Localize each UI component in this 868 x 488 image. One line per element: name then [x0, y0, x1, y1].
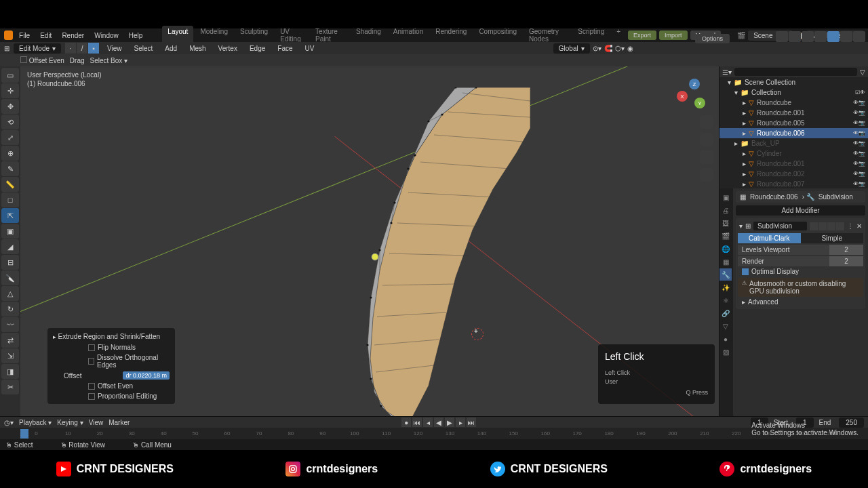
menu-window[interactable]: Window [90, 30, 123, 41]
cursor-tool[interactable]: ✛ [1, 83, 19, 98]
tab-texture[interactable]: ▨ [719, 346, 732, 358]
tab-scene[interactable]: 🎬 [719, 230, 732, 242]
outliner-item[interactable]: ▸▽ Roundcube.006👁📷 [719, 128, 868, 138]
outliner-item[interactable]: ▸📁 Back_UP👁📷 [719, 138, 868, 148]
3d-viewport[interactable]: User Perspective (Local) (1) Roundcube.0… [20, 66, 719, 416]
tab-object[interactable]: ▦ [719, 256, 732, 268]
shear-tool[interactable]: ◨ [1, 364, 19, 379]
edge-mode-icon[interactable]: / [77, 43, 87, 54]
mod-render-icon[interactable] [836, 222, 844, 230]
em-vertex[interactable]: Vertex [214, 43, 241, 54]
rip-tool[interactable]: ✂ [1, 380, 19, 394]
levels-viewport-input[interactable]: 2 [829, 245, 863, 255]
mode-select[interactable]: Edit Mode ▾ [14, 43, 61, 54]
out-collection[interactable]: ▾📁 Collection☑👁 [719, 87, 868, 98]
out-scene[interactable]: ▾📁 Scene Collection [719, 77, 868, 87]
zoom-icon[interactable] [700, 115, 713, 129]
outliner-type-icon[interactable]: ☰▾ [722, 68, 732, 76]
blender-logo-icon[interactable] [4, 30, 13, 40]
move-tool[interactable]: ✥ [1, 99, 19, 114]
mod-close-icon[interactable]: ✕ [856, 222, 862, 230]
tl-playback[interactable]: Playback ▾ [19, 419, 52, 426]
outliner-item[interactable]: ▸▽ Roundcube.001👁📷 [719, 159, 868, 169]
tl-marker[interactable]: Marker [108, 419, 130, 426]
dissolve-check[interactable] [88, 358, 94, 365]
prop-breadcrumb[interactable]: ▦ Roundcube.006 › 🔧 Subdivision [736, 191, 865, 203]
axis-y-icon[interactable]: Y [694, 98, 705, 108]
loopcut-tool[interactable]: ⊟ [1, 255, 19, 270]
polybuild-tool[interactable]: △ [1, 286, 19, 301]
current-frame[interactable]: 1 [751, 418, 768, 428]
pivot-icon[interactable]: ⊙▾ [593, 45, 601, 52]
rendered-icon[interactable] [853, 31, 865, 42]
timeline-track[interactable]: 0102030405060708090100110120130140150160… [0, 428, 868, 439]
tab-physics[interactable]: ⚛ [719, 294, 732, 306]
em-view[interactable]: View [103, 43, 126, 54]
em-mesh[interactable]: Mesh [185, 43, 210, 54]
axis-x-icon[interactable]: X [677, 91, 688, 102]
outliner-item[interactable]: ▸▽ Roundcube.002👁📷 [719, 169, 868, 179]
prev-key-icon[interactable]: ◂ [423, 418, 433, 427]
next-key-icon[interactable]: ▸ [456, 418, 465, 427]
nav-gizmo[interactable]: Z X Y [677, 79, 707, 108]
optimal-check[interactable] [742, 268, 749, 275]
levels-render-input[interactable]: 2 [829, 256, 863, 266]
mod-menu-icon[interactable]: ⋮ [847, 222, 854, 230]
catmull-tab[interactable]: Catmull-Clark [738, 233, 801, 243]
xray-icon[interactable] [802, 31, 814, 42]
menu-file[interactable]: File [15, 30, 34, 41]
simple-tab[interactable]: Simple [801, 233, 864, 243]
even-check[interactable] [88, 383, 95, 390]
tl-view[interactable]: View [89, 419, 104, 426]
snap-icon[interactable]: 🧲 [604, 45, 612, 52]
slide-tool[interactable]: ⇄ [1, 333, 19, 348]
menu-help[interactable]: Help [125, 30, 147, 41]
prop-check[interactable] [88, 393, 95, 400]
snap-type-icon[interactable]: ⬡▾ [615, 45, 625, 52]
tab-particles[interactable]: ✨ [719, 281, 732, 293]
vertex-mode-icon[interactable]: · [65, 43, 76, 54]
mod-collapse-icon[interactable]: ▾ [739, 222, 743, 230]
op-title[interactable]: ▸ Extrude Region and Shrink/Fatten [47, 331, 175, 342]
em-face[interactable]: Face [273, 43, 296, 54]
outliner-item[interactable]: ▸▽ Roundcube👁📷 [719, 98, 868, 108]
flip-check[interactable] [88, 344, 95, 351]
scale-tool[interactable]: ⤢ [1, 130, 19, 145]
overlay-icon[interactable] [789, 31, 801, 42]
select-mode-label[interactable]: Select Box ▾ [90, 57, 128, 64]
end-frame[interactable]: 250 [839, 418, 864, 428]
gizmo-vis-icon[interactable] [776, 31, 788, 42]
mod-cage-icon[interactable] [818, 222, 827, 230]
solid-icon[interactable] [827, 31, 840, 42]
jump-end-icon[interactable]: ⏭ [467, 418, 476, 427]
tab-output[interactable]: 🖨 [719, 204, 732, 216]
tab-render[interactable]: ▣ [719, 191, 732, 203]
select-tool[interactable]: ▭ [1, 68, 19, 83]
orientation-select[interactable]: Global ▾ [553, 43, 590, 54]
face-mode-icon[interactable]: ▪ [88, 43, 99, 54]
tab-modifier[interactable]: 🔧 [719, 268, 732, 281]
play-icon[interactable]: ▶ [445, 418, 454, 427]
outliner-search[interactable] [734, 68, 857, 76]
annotate-tool[interactable]: ✎ [1, 161, 19, 176]
em-edge[interactable]: Edge [245, 43, 269, 54]
tab-material[interactable]: ● [719, 333, 732, 345]
bevel-tool[interactable]: ◢ [1, 239, 19, 254]
persp-icon[interactable] [700, 168, 713, 182]
tl-type-icon[interactable]: ◷▾ [4, 419, 14, 426]
measure-tool[interactable]: 📏 [1, 177, 19, 192]
import-button[interactable]: Import [659, 30, 688, 40]
smooth-tool[interactable]: 〰 [1, 317, 19, 332]
shrink-tool[interactable]: ⇲ [1, 348, 19, 363]
advanced-toggle[interactable]: ▸ Advanced [738, 297, 863, 307]
move-view-icon[interactable] [700, 133, 713, 146]
mod-real-icon[interactable] [827, 222, 835, 230]
camera-icon[interactable] [700, 150, 713, 164]
menu-edit[interactable]: Edit [36, 30, 56, 41]
export-button[interactable]: Export [628, 30, 656, 40]
outliner-item[interactable]: ▸▽ Roundcube.001👁📷 [719, 108, 868, 118]
add-cube-tool[interactable]: □ [1, 192, 19, 207]
tab-view[interactable]: 🖼 [719, 217, 732, 229]
rotate-tool[interactable]: ⟲ [1, 115, 19, 129]
editor-type-icon[interactable]: ⊞ [4, 45, 9, 52]
